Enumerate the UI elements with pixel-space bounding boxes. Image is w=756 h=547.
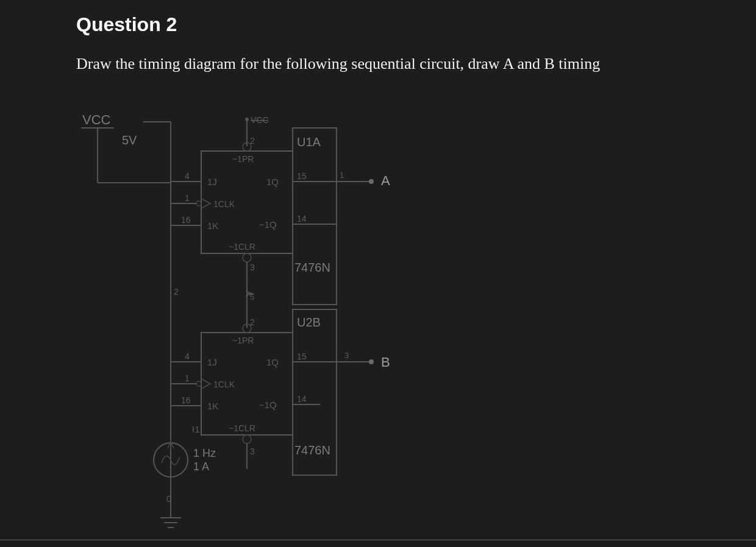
u1a-qn-name: ~1Q bbox=[259, 219, 277, 230]
source-amp: 1 A bbox=[193, 461, 209, 473]
vcc-top-node: VCC bbox=[251, 115, 269, 125]
stub-5: 5 bbox=[250, 292, 254, 302]
u2b-out-ext: 3 bbox=[344, 351, 349, 360]
u1a-out-ext: 1 bbox=[340, 171, 344, 180]
u1a-clk-name: 1CLK bbox=[213, 199, 235, 209]
u1a-k-num: 16 bbox=[181, 215, 191, 225]
u1a-q-num: 15 bbox=[297, 171, 307, 181]
vcc-label: VCC bbox=[82, 112, 111, 127]
circuit-diagram: VCC 5V VCC 2 ~1PR 4 1J 1 bbox=[76, 104, 503, 542]
u2b-k-name: 1K bbox=[207, 401, 218, 411]
u1a-pr-name: ~1PR bbox=[232, 154, 254, 164]
u1a-j-name: 1J bbox=[207, 177, 217, 187]
ground-symbol bbox=[160, 518, 181, 528]
ground-node-label: 0 bbox=[166, 494, 171, 504]
u2b-j-num: 4 bbox=[185, 351, 190, 361]
u2b-j-name: 1J bbox=[207, 357, 217, 367]
page-divider bbox=[0, 540, 756, 540]
u2b-clk-name: 1CLK bbox=[213, 379, 235, 389]
u1a-j-num: 4 bbox=[185, 171, 190, 181]
svg-point-12 bbox=[196, 201, 201, 206]
svg-point-17 bbox=[369, 179, 374, 184]
mid-wire-label: 2 bbox=[174, 287, 179, 297]
u2b-pr-num: 2 bbox=[250, 317, 255, 327]
svg-point-14 bbox=[243, 253, 251, 262]
u1a-qn-num: 14 bbox=[297, 214, 307, 224]
source-freq: 1 Hz bbox=[193, 447, 216, 459]
u2b-q-name: 1Q bbox=[266, 357, 279, 367]
svg-point-4 bbox=[245, 118, 249, 121]
u2b-k-num: 16 bbox=[181, 395, 191, 405]
u1a-clr-num: 3 bbox=[250, 263, 255, 272]
question-heading: Question 2 bbox=[76, 13, 177, 36]
supply-voltage: 5V bbox=[122, 133, 137, 147]
u2b-qn-name: ~1Q bbox=[259, 400, 277, 410]
output-b-label: B bbox=[381, 355, 390, 370]
u1a-part: 7476N bbox=[294, 261, 330, 274]
source-name: I1 bbox=[192, 424, 200, 434]
u2b-part: 7476N bbox=[294, 443, 330, 457]
u2b-clk-num: 1 bbox=[185, 373, 190, 383]
u1a-clk-num: 1 bbox=[185, 193, 190, 203]
u1a-pr-num: 2 bbox=[250, 136, 255, 146]
svg-point-26 bbox=[196, 381, 201, 386]
u2b-ref: U2B bbox=[297, 316, 321, 329]
u2b-qn-num: 14 bbox=[297, 394, 307, 404]
question-prompt: Draw the timing diagram for the followin… bbox=[76, 55, 600, 73]
u1a-ref: U1A bbox=[297, 135, 321, 149]
svg-point-31 bbox=[369, 359, 374, 364]
flipflop-u1a: 2 ~1PR 4 1J 1 1CLK 16 1K 3 ~1CLR 1Q 15 bbox=[171, 128, 390, 305]
u2b-q-num: 15 bbox=[297, 351, 307, 361]
u2b-pr-name: ~1PR bbox=[232, 336, 254, 345]
u1a-clr-name: ~1CLR bbox=[229, 242, 255, 252]
ac-source: I1 1 Hz 1 A bbox=[154, 424, 216, 477]
svg-point-28 bbox=[243, 435, 251, 443]
output-a-label: A bbox=[381, 173, 390, 188]
u2b-clr-name: ~1CLR bbox=[229, 423, 255, 433]
u1a-k-name: 1K bbox=[207, 221, 218, 231]
u2b-clr-num: 3 bbox=[250, 446, 255, 456]
u1a-q-name: 1Q bbox=[266, 177, 279, 187]
